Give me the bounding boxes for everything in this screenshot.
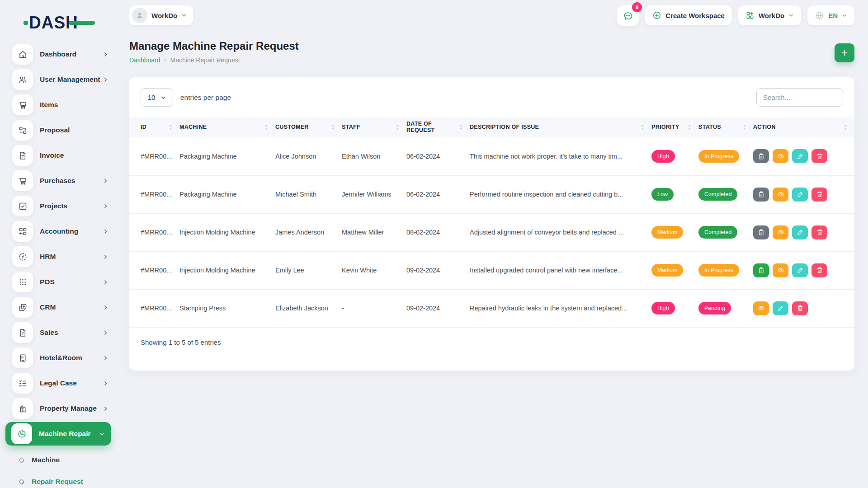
edit-button[interactable]	[792, 263, 808, 277]
eye-icon	[777, 191, 784, 198]
sidebar-item-user-management[interactable]: User Management	[0, 67, 117, 92]
brand-logo: DASH	[29, 10, 117, 35]
cell-machine: Packaging Machine	[179, 175, 275, 213]
workspace-user-pill[interactable]: WorkDo	[129, 5, 193, 25]
cell-priority: High	[651, 137, 698, 175]
circle-bullet-icon	[18, 478, 25, 485]
column-header-customer[interactable]: CUSTOMER▲▼	[275, 117, 342, 137]
eye-button[interactable]	[773, 225, 788, 239]
sidebar-item-purchases[interactable]: Purchases	[0, 168, 117, 193]
cell-staff: Jennifer Williams	[342, 175, 406, 213]
delete-button[interactable]	[811, 225, 827, 239]
crm-icon	[12, 297, 33, 318]
table-row: #MRR00007Stamping PressElizabeth Jackson…	[129, 289, 854, 327]
eye-button[interactable]	[773, 263, 788, 277]
sidebar-item-sales[interactable]: Sales	[0, 320, 117, 345]
create-workspace-button[interactable]: Create Workspace	[645, 5, 732, 25]
column-header-date-of-request[interactable]: DATE OF REQUEST▲▼	[406, 117, 470, 137]
sort-arrows-icon[interactable]: ▲▼	[396, 124, 399, 130]
sidebar-item-label: Dashboard	[40, 50, 103, 58]
clipboard-button[interactable]	[753, 225, 769, 239]
entries-per-page-select[interactable]: 10	[141, 88, 173, 107]
sort-arrows-icon[interactable]: ▲▼	[331, 124, 335, 130]
language-selector[interactable]: EN	[807, 5, 854, 25]
sidebar-item-items[interactable]: Items	[0, 92, 117, 117]
edit-button[interactable]	[792, 188, 808, 202]
sidebar-item-hotel-room[interactable]: Hotel&Room	[0, 345, 117, 371]
sidebar-item-pos[interactable]: POS	[0, 269, 117, 295]
sort-arrows-icon[interactable]: ▲▼	[459, 124, 462, 130]
eye-button[interactable]	[753, 301, 769, 315]
chevron-right-icon	[103, 330, 108, 336]
sort-arrows-icon[interactable]: ▲▼	[265, 124, 268, 130]
sidebar-item-label: Sales	[40, 328, 103, 337]
edit-button[interactable]	[792, 149, 808, 163]
priority-badge: High	[651, 150, 675, 163]
sidebar-item-projects[interactable]: Projects	[0, 193, 117, 219]
sidebar-subitem-label: Machine	[32, 456, 60, 464]
sidebar-item-machine-repair[interactable]: Machine Repair	[5, 422, 111, 446]
clipboard-button[interactable]	[753, 263, 769, 277]
column-header-staff[interactable]: STAFF▲▼	[342, 117, 406, 137]
sidebar-item-hrm[interactable]: HRM	[0, 244, 117, 269]
check-square-icon	[12, 196, 33, 216]
eye-button[interactable]	[773, 149, 788, 163]
delete-button[interactable]	[811, 149, 827, 163]
clipboard-icon	[758, 153, 765, 160]
home-icon	[12, 44, 33, 65]
sidebar-item-accounting[interactable]: Accounting	[0, 219, 117, 244]
workspace-switcher[interactable]: WorkDo	[738, 5, 801, 25]
delete-button[interactable]	[811, 188, 827, 202]
sort-arrows-icon[interactable]: ▲▼	[641, 124, 644, 130]
sidebar-subitem-repair-request[interactable]: Repair Request	[0, 471, 117, 488]
cell-priority: Medium	[651, 251, 698, 289]
sidebar-menu: DashboardUser ManagementItemsProposalInv…	[0, 42, 117, 446]
column-header-label: DATE OF REQUEST	[406, 121, 459, 133]
sidebar-item-crm[interactable]: CRM	[0, 295, 117, 320]
circle-bullet-icon	[18, 456, 25, 463]
sidebar-item-invoice[interactable]: Invoice	[0, 143, 117, 168]
breadcrumb-dashboard-link[interactable]: Dashboard	[129, 56, 160, 64]
sort-arrows-icon[interactable]: ▲▼	[688, 124, 691, 130]
add-repair-request-button[interactable]: +	[835, 43, 854, 62]
column-header-description-of-issue[interactable]: DESCRIPTION OF ISSUE▲▼	[470, 117, 651, 137]
grid-plus-icon	[745, 11, 755, 20]
sidebar-item-property-manage[interactable]: Property Manage	[0, 396, 117, 421]
sidebar-item-proposal[interactable]: Proposal	[0, 117, 117, 143]
edit-button[interactable]	[773, 301, 788, 315]
eye-button[interactable]	[773, 188, 788, 202]
column-header-id[interactable]: ID▲▼	[129, 117, 179, 137]
cell-staff: Kevin White	[342, 251, 406, 289]
clipboard-icon	[758, 267, 765, 274]
column-header-status[interactable]: STATUS▲▼	[698, 117, 753, 137]
entries-per-page-label: entries per page	[180, 94, 231, 102]
column-header-label: ID	[141, 124, 146, 130]
sidebar-item-label: Machine Repair	[39, 430, 99, 438]
column-header-machine[interactable]: MACHINE▲▼	[179, 117, 275, 137]
sidebar-subitem-machine[interactable]: Machine	[0, 449, 117, 471]
column-header-priority[interactable]: PRIORITY▲▼	[651, 117, 698, 137]
chevron-right-icon	[103, 380, 108, 386]
sort-arrows-icon[interactable]: ▲▼	[743, 124, 746, 130]
search-input[interactable]	[756, 88, 843, 107]
chevron-right-icon	[103, 77, 108, 83]
delete-button[interactable]	[811, 263, 827, 277]
clipboard-button[interactable]	[753, 188, 769, 202]
create-workspace-label: Create Workspace	[665, 12, 725, 19]
sidebar: DASH DashboardUser ManagementItemsPropos…	[0, 0, 117, 488]
logo-accent-dot	[24, 21, 28, 25]
column-header-label: CUSTOMER	[275, 124, 309, 130]
table-row: #MRR00001Packaging MachineAlice JohnsonE…	[129, 137, 854, 175]
clipboard-button[interactable]	[753, 149, 769, 163]
sidebar-item-legal-case[interactable]: Legal Case	[0, 371, 117, 396]
table-row: #MRR00006Injection Molding MachineEmily …	[129, 251, 854, 289]
table-card: 10 entries per page ID▲▼MACHINE▲▼CUSTOME…	[129, 77, 854, 371]
delete-button[interactable]	[792, 301, 808, 315]
sort-arrows-icon[interactable]: ▲▼	[844, 124, 847, 130]
edit-button[interactable]	[792, 225, 808, 239]
sort-arrows-icon[interactable]: ▲▼	[169, 124, 172, 130]
sidebar-item-dashboard[interactable]: Dashboard	[0, 42, 117, 67]
accounting-icon	[12, 221, 33, 242]
chat-button[interactable]: 0	[617, 5, 639, 26]
column-header-action[interactable]: ACTION▲▼	[753, 117, 854, 137]
